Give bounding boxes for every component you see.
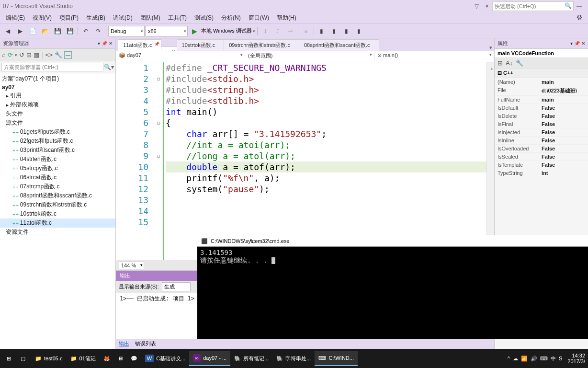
tab-item[interactable]: 09strchr函数和strstr函数.c [224,39,299,51]
scrollbar[interactable]: ↕ [486,62,494,260]
nav-func[interactable]: ⊙ main() [374,51,494,62]
stepout-icon[interactable]: ⤻ [284,25,296,37]
taskbar-item[interactable]: ⌨C:\WIND... [315,351,358,366]
pin-icon[interactable]: ▾ 📌 ✕ [98,41,113,46]
taskbar-item[interactable]: 🦊 [100,351,114,366]
tab-item[interactable]: 10strtok函数.c [177,39,225,51]
taskbar-item[interactable]: 📁01笔记 [67,351,100,366]
sidebar-search-input[interactable] [1,63,103,71]
collapse-icon[interactable]: ⊟ [26,51,32,58]
menu-test[interactable]: 测试(S) [191,14,217,22]
flag-icon[interactable]: ▽ [475,3,479,10]
sort-icon[interactable]: A↓ [506,59,513,67]
clock[interactable]: 14:32 2017/3/ [567,353,585,364]
tab-output[interactable]: 输出 [119,340,129,347]
menu-team[interactable]: 团队(M) [136,14,164,22]
menu-tools[interactable]: 工具(T) [164,14,191,22]
new-icon[interactable]: 📄 [27,25,38,37]
prop-row[interactable]: IsSealedFalse [495,153,588,161]
menu-build[interactable]: 生成(B) [82,14,109,22]
tray-icon[interactable]: ☁ [513,356,518,361]
prop-row[interactable]: Filed:\0223基础班\ [495,86,588,96]
console-titlebar[interactable]: ⬛ C:\WINDOWS\system32\cmd.exe ↖ [197,236,588,247]
menu-login[interactable]: 登 [577,14,586,22]
prop-row[interactable]: IsInjectedFalse [495,128,588,137]
open-icon[interactable]: 📂 [39,25,51,37]
folder-references[interactable]: ▸ 引用 [0,91,115,100]
props-category[interactable]: ⊟ C++ [495,69,588,78]
file-item[interactable]: ++ 01gets和puts函数.c [0,127,115,137]
bookmark-icon[interactable]: ▮ [316,25,328,37]
prop-row[interactable]: TypeStringint [495,169,588,177]
menu-window[interactable]: 窗口(W) [245,14,273,22]
output-source-dropdown[interactable]: 生成 [162,282,191,291]
wrench-icon[interactable]: 🔧 [55,51,62,58]
prop-row[interactable]: IsDeleteFalse [495,112,588,120]
quick-launch-input[interactable] [492,1,574,11]
file-item[interactable]: ++ 09strchr函数和strstr函数.c [0,200,115,209]
stepover-icon[interactable]: ⤴ [272,25,283,37]
prop-row[interactable]: (Name)main [495,78,588,86]
sync-icon[interactable]: ↺ [19,51,24,58]
prop-row[interactable]: IsTemplateFalse [495,161,588,169]
redo-icon[interactable]: ↷ [92,25,104,37]
tray-icon[interactable]: 📶 [521,356,528,361]
menu-analyze[interactable]: 分析(N) [217,14,245,22]
folder-resources[interactable]: 资源文件 [0,228,115,237]
pin-icon[interactable]: ▾ 📌 ✕ [570,41,585,46]
toggle-icon[interactable]: — [64,51,72,59]
search-icon[interactable]: 🔍▾ [103,63,114,71]
minimize-icon[interactable]: — [577,3,582,10]
prop-row[interactable]: IsInlineFalse [495,137,588,145]
tab-errors[interactable]: 错误列表 [135,340,156,347]
home-icon[interactable]: ⌂ [2,51,6,58]
taskview-icon[interactable]: ▢ [17,351,29,366]
cat-icon[interactable]: ⊞ [498,59,503,67]
taskbar-item[interactable]: ∞day07 - ... [189,351,230,366]
project-node[interactable]: ay07 [0,83,115,91]
tab-item[interactable]: 08sprintf函数和sscanf函数.c [299,39,379,51]
nav-project[interactable]: 📦 day07 [116,51,245,62]
prop-row[interactable]: IsOverloadedFalse [495,145,588,153]
taskbar-item[interactable]: 💬 [127,351,141,366]
taskbar-item[interactable]: 📁test05.c [31,351,67,366]
menu-view[interactable]: 视图(V) [29,14,56,22]
undo-icon[interactable]: ↶ [80,25,91,37]
menu-help[interactable]: 帮助(H) [273,14,300,22]
feedback-icon[interactable]: ✦ [485,3,489,10]
tab-active[interactable]: 11atoi函数.c📌 [118,39,161,51]
taskbar-item[interactable]: 🐘所有笔记... [230,351,272,366]
prop-row[interactable]: FullNamemain [495,96,588,104]
comment-icon[interactable]: ≡ [300,25,312,37]
pin-icon[interactable]: 📌 [154,42,159,46]
menu-debug[interactable]: 调试(D) [109,14,136,22]
refresh-icon[interactable]: ⟳ [8,51,13,58]
start-button[interactable]: ⊞ [3,351,15,366]
save-icon[interactable]: 💾 [52,25,63,37]
file-item[interactable]: ++ 05strcpy函数.c [0,164,115,173]
taskbar-item[interactable]: WC基础讲义... [141,351,190,366]
file-item[interactable]: ++ 08sprintf函数和sscanf函数.c [0,191,115,200]
menu-project[interactable]: 项目(P) [56,14,82,22]
showall-icon[interactable]: ▦ [34,51,39,58]
bookmark3-icon[interactable]: ▮ [341,25,352,37]
file-item[interactable]: ++ 11atoi函数.c [0,218,115,228]
file-item[interactable]: ++ 07strcmp函数.c [0,182,115,191]
platform-dropdown[interactable]: x86 [146,26,188,36]
tray-icon[interactable]: 🔊 [531,356,537,361]
start-debug-label[interactable]: 本地 Windows 调试器 [201,27,252,34]
tray-icon[interactable]: ^ [508,356,510,361]
file-item[interactable]: ++ 02fgets和fputs函数.c [0,137,115,146]
folder-external[interactable]: ▸ 外部依赖项 [0,100,115,109]
search-icon[interactable]: 🔍 [565,2,572,9]
forward-icon[interactable]: ▶ [14,25,26,37]
taskbar-item[interactable]: 🐘字符串处... [272,351,315,366]
zoom-dropdown[interactable]: 144 % [119,262,144,269]
file-item[interactable]: ++ 03printf和scanf函数.c [0,146,115,155]
wrench-icon[interactable]: 🔧 [516,59,523,67]
bookmark4-icon[interactable]: ▮ [353,25,365,37]
tray-icon[interactable]: 中 [551,356,556,361]
prop-row[interactable]: IsFinalFalse [495,120,588,128]
code-icon[interactable]: <> [45,51,53,58]
file-item[interactable]: ++ 10strtok函数.c [0,209,115,218]
